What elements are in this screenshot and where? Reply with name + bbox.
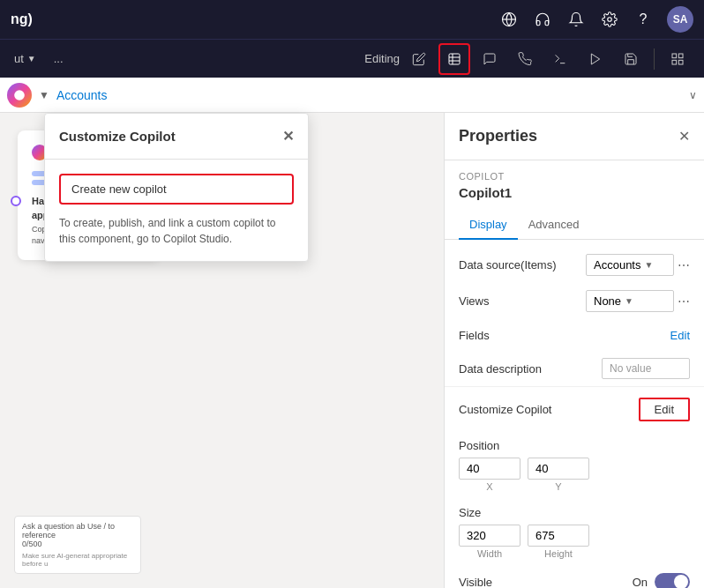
toggle-thumb bbox=[674, 575, 688, 588]
settings-icon[interactable] bbox=[600, 10, 619, 29]
copilot-connection-dot bbox=[11, 196, 21, 206]
position-x-input[interactable] bbox=[459, 458, 521, 480]
dialog-header: Customize Copilot ✕ bbox=[45, 114, 308, 160]
dots-button[interactable]: ... bbox=[47, 48, 71, 69]
toolbar-separator bbox=[654, 48, 655, 70]
views-chevron-icon: ▼ bbox=[625, 296, 633, 306]
phone-icon-button[interactable] bbox=[509, 43, 541, 75]
accounts-expand-icon[interactable]: ∨ bbox=[689, 89, 697, 101]
customize-copilot-row: Customize Copilot Edit bbox=[445, 386, 704, 432]
copilot-input-area: Ask a question ab Use / to reference 0/5… bbox=[14, 516, 141, 574]
editing-label: Editing bbox=[364, 52, 400, 65]
visible-toggle-container: On bbox=[633, 573, 690, 588]
data-description-row: Data description No value bbox=[445, 351, 704, 386]
tab-display[interactable]: Display bbox=[459, 211, 518, 240]
play-icon-button[interactable] bbox=[580, 43, 611, 75]
app-title: ng) bbox=[11, 11, 33, 27]
data-source-value: Accounts ▼ ⋯ bbox=[586, 254, 690, 276]
dialog-title: Customize Copilot bbox=[59, 129, 176, 144]
chat-icon-button[interactable] bbox=[474, 43, 506, 75]
create-copilot-button[interactable]: Create new copilot bbox=[59, 174, 294, 205]
size-width-label: Width bbox=[459, 548, 521, 559]
top-navbar: ng) ? SA bbox=[0, 0, 704, 39]
svg-point-13 bbox=[14, 90, 25, 100]
customize-copilot-edit-button[interactable]: Edit bbox=[639, 398, 690, 421]
svg-rect-3 bbox=[449, 54, 460, 64]
svg-rect-12 bbox=[678, 60, 683, 64]
position-x-label: X bbox=[459, 481, 521, 492]
bell-icon[interactable] bbox=[566, 10, 586, 29]
globe-icon[interactable] bbox=[499, 10, 519, 29]
fields-label: Fields bbox=[459, 329, 490, 342]
position-y-input[interactable] bbox=[528, 458, 589, 480]
toolbar-center: Editing bbox=[364, 43, 693, 75]
svg-rect-11 bbox=[672, 60, 677, 64]
size-inputs: Width Height bbox=[459, 525, 690, 559]
size-height-group: Height bbox=[528, 525, 589, 559]
pencil-icon-button[interactable] bbox=[403, 43, 435, 75]
canvas-area: Copilot 1 Have a ques app? Ask Co Copilo… bbox=[0, 113, 444, 588]
visible-state-label: On bbox=[633, 576, 648, 589]
dialog-body: Create new copilot To create, publish, a… bbox=[45, 160, 308, 261]
views-select[interactable]: None ▼ bbox=[586, 290, 674, 312]
help-icon[interactable]: ? bbox=[633, 10, 653, 29]
avatar[interactable]: SA bbox=[667, 6, 693, 33]
headset-icon[interactable] bbox=[533, 10, 552, 29]
menu-label: ut bbox=[14, 52, 24, 65]
size-width-input[interactable] bbox=[459, 525, 521, 547]
size-height-label: Height bbox=[528, 548, 589, 559]
svg-rect-9 bbox=[672, 54, 677, 58]
position-y-label: Y bbox=[528, 481, 589, 492]
views-value: None ▼ ⋯ bbox=[586, 290, 690, 312]
share-icon-button[interactable] bbox=[544, 43, 576, 75]
customize-dialog: Customize Copilot ✕ Create new copilot T… bbox=[44, 113, 309, 262]
size-row: Size Width Height bbox=[445, 499, 704, 566]
properties-title: Properties bbox=[459, 127, 537, 145]
position-label: Position bbox=[459, 439, 690, 452]
dialog-description: To create, publish, and link a custom co… bbox=[59, 215, 294, 247]
accounts-logo bbox=[7, 83, 32, 108]
data-source-chevron-icon: ▼ bbox=[644, 260, 653, 270]
views-dots-button[interactable]: ⋯ bbox=[678, 294, 690, 309]
data-source-row: Data source(Items) Accounts ▼ ⋯ bbox=[445, 247, 704, 283]
data-description-input[interactable]: No value bbox=[602, 358, 690, 379]
dialog-close-button[interactable]: ✕ bbox=[282, 128, 294, 145]
position-inputs: X Y bbox=[459, 458, 690, 492]
copilot-bottom-note: Make sure AI-generat appropriate before … bbox=[22, 552, 133, 568]
menu-button[interactable]: ut ▼ bbox=[7, 48, 43, 69]
position-row: Position X Y bbox=[445, 432, 704, 499]
views-label: Views bbox=[459, 294, 489, 308]
toolbar: ut ▼ ... Editing bbox=[0, 39, 704, 78]
size-label: Size bbox=[459, 506, 690, 519]
properties-close-button[interactable]: ✕ bbox=[678, 128, 690, 145]
visible-label: Visible bbox=[459, 576, 492, 589]
properties-header: Properties ✕ bbox=[445, 113, 704, 160]
visible-toggle[interactable] bbox=[655, 573, 690, 588]
menu-chevron-icon: ▼ bbox=[27, 54, 36, 63]
copilot-input-placeholder: Ask a question ab Use / to reference bbox=[22, 522, 133, 540]
fields-edit-link[interactable]: Edit bbox=[670, 329, 690, 342]
data-source-select[interactable]: Accounts ▼ bbox=[586, 254, 674, 276]
copilot-char-count: 0/500 bbox=[22, 540, 133, 548]
data-source-dots-button[interactable]: ⋯ bbox=[678, 258, 690, 272]
size-height-input[interactable] bbox=[528, 525, 589, 547]
grid-icon-button[interactable] bbox=[662, 43, 693, 75]
tab-advanced[interactable]: Advanced bbox=[518, 211, 590, 240]
views-select-value: None bbox=[594, 294, 621, 308]
nav-icons: ? SA bbox=[499, 6, 693, 33]
copilot-section-label: COPILOT bbox=[445, 160, 704, 185]
accounts-chevron-icon[interactable]: ▼ bbox=[39, 89, 49, 101]
data-description-label: Data description bbox=[459, 362, 542, 376]
svg-marker-8 bbox=[591, 54, 599, 64]
data-source-label: Data source(Items) bbox=[459, 258, 557, 272]
accounts-title: Accounts bbox=[56, 88, 682, 102]
notes-icon-button[interactable] bbox=[438, 43, 470, 75]
svg-point-2 bbox=[608, 18, 612, 22]
svg-rect-10 bbox=[678, 54, 683, 58]
properties-content: Data source(Items) Accounts ▼ ⋯ Views No… bbox=[445, 240, 704, 588]
save-icon-button[interactable] bbox=[615, 43, 647, 75]
size-width-group: Width bbox=[459, 525, 521, 559]
accounts-bar: ▼ Accounts ∨ bbox=[0, 78, 704, 113]
toolbar-left: ut ▼ ... bbox=[7, 48, 361, 69]
main-content: Copilot 1 Have a ques app? Ask Co Copilo… bbox=[0, 113, 704, 588]
